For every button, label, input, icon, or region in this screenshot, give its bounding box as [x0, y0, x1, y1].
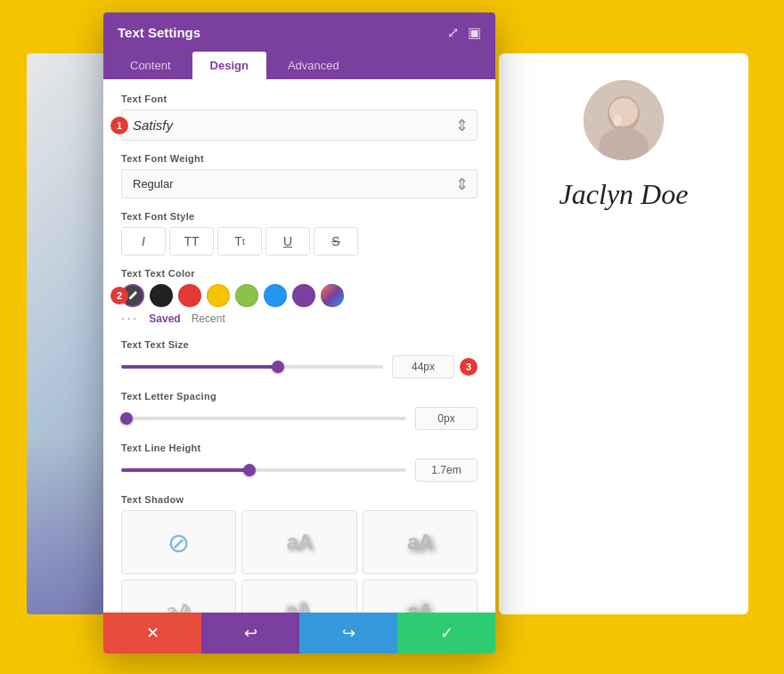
split-icon[interactable]: ▣	[468, 24, 481, 41]
expand-icon[interactable]: ⤢	[447, 24, 459, 41]
badge-2: 2	[110, 287, 128, 305]
badge-1: 1	[110, 117, 128, 134]
text-font-section: Text Font 1 Satisfy ⇕	[121, 93, 478, 141]
text-color-section: Text Text Color 2 ··· Saved Recent	[121, 268, 478, 327]
text-shadow-section: Text Shadow ⊘ aA aA aA aA aA	[121, 494, 478, 613]
text-size-section: Text Text Size 3	[121, 339, 478, 378]
color-gradient[interactable]	[321, 284, 344, 307]
text-size-row: 3	[121, 355, 478, 378]
text-font-label: Text Font	[121, 93, 478, 104]
color-blue[interactable]	[264, 284, 287, 307]
text-font-select[interactable]: Satisfy	[121, 110, 478, 141]
text-letter-spacing-thumb[interactable]	[120, 412, 133, 425]
text-line-height-row	[121, 459, 478, 482]
color-purple[interactable]	[292, 284, 315, 307]
shadow-style-2[interactable]: aA	[363, 510, 478, 574]
right-card: Jaclyn Doe	[499, 53, 748, 614]
avatar	[584, 80, 664, 160]
text-settings-panel: Text Settings ⤢ ▣ Content Design Advance…	[103, 12, 495, 654]
text-size-label: Text Text Size	[121, 339, 478, 350]
text-letter-spacing-input[interactable]	[415, 407, 478, 430]
panel-header: Text Settings ⤢ ▣	[103, 12, 495, 52]
text-size-slider[interactable]	[121, 365, 383, 369]
undo-button[interactable]: ↩	[201, 613, 299, 654]
color-black[interactable]	[150, 284, 173, 307]
badge-3: 3	[460, 358, 478, 376]
text-letter-spacing-row	[121, 407, 478, 430]
style-btn-uppercase[interactable]: TT	[169, 227, 214, 256]
tab-design[interactable]: Design	[192, 52, 266, 79]
text-font-weight-wrap: Regular ⇕	[121, 169, 478, 199]
style-btn-underline[interactable]: U	[265, 227, 310, 256]
shadow-none-icon: ⊘	[167, 527, 190, 558]
recent-link[interactable]: Recent	[192, 313, 225, 325]
text-letter-spacing-label: Text Letter Spacing	[121, 391, 478, 402]
text-font-weight-section: Text Font Weight Regular ⇕	[121, 153, 478, 199]
text-size-thumb[interactable]	[272, 361, 284, 373]
color-saved-row: ··· Saved Recent	[121, 311, 478, 327]
color-yellow[interactable]	[207, 284, 230, 307]
shadow-style-4-text: aA	[287, 599, 313, 613]
text-line-height-fill	[121, 468, 249, 472]
text-letter-spacing-slider[interactable]	[121, 417, 406, 420]
color-green[interactable]	[235, 284, 258, 307]
shadow-style-5[interactable]: aA	[363, 580, 478, 613]
text-line-height-thumb[interactable]	[243, 464, 256, 476]
text-line-height-section: Text Line Height	[121, 443, 478, 482]
shadow-style-3-text: aA	[166, 599, 192, 613]
text-shadow-label: Text Shadow	[121, 494, 478, 505]
text-line-height-slider[interactable]	[121, 468, 406, 472]
style-buttons-group: I TT Tt U S	[121, 227, 478, 256]
shadow-style-4[interactable]: aA	[241, 580, 356, 613]
shadow-style-1[interactable]: aA	[241, 510, 356, 574]
text-font-style-label: Text Font Style	[121, 211, 478, 222]
color-dots: ···	[121, 311, 138, 327]
text-letter-spacing-section: Text Letter Spacing	[121, 391, 478, 430]
style-btn-capitalize[interactable]: Tt	[217, 227, 262, 256]
text-size-input[interactable]	[392, 355, 454, 378]
confirm-button[interactable]: ✓	[397, 613, 495, 654]
shadow-style-2-text: aA	[407, 530, 433, 555]
shadow-style-1-text: aA	[287, 530, 313, 555]
redo-button[interactable]: ↪	[299, 613, 397, 654]
shadow-grid: ⊘ aA aA aA aA aA	[121, 510, 478, 613]
tab-content[interactable]: Content	[112, 52, 189, 79]
text-line-height-input[interactable]	[415, 459, 478, 482]
color-red[interactable]	[178, 284, 201, 307]
action-bar: ✕ ↩ ↪ ✓	[103, 613, 495, 654]
style-btn-italic[interactable]: I	[121, 227, 166, 256]
shadow-style-5-text: aA	[407, 599, 433, 613]
panel-content: Text Font 1 Satisfy ⇕ Text Font Weight R…	[103, 79, 495, 613]
text-line-height-label: Text Line Height	[121, 443, 478, 453]
saved-link[interactable]: Saved	[149, 313, 180, 325]
cancel-button[interactable]: ✕	[103, 613, 201, 654]
shadow-style-3[interactable]: aA	[121, 580, 236, 613]
text-size-fill	[121, 365, 278, 369]
tabs-bar: Content Design Advanced	[103, 52, 495, 79]
header-icons: ⤢ ▣	[447, 24, 481, 41]
text-font-style-section: Text Font Style I TT Tt U S	[121, 211, 478, 256]
shadow-none[interactable]: ⊘	[121, 510, 236, 574]
panel-title: Text Settings	[118, 25, 200, 40]
text-font-weight-select[interactable]: Regular	[121, 169, 478, 199]
svg-point-4	[613, 114, 622, 126]
person-name: Jaclyn Doe	[559, 178, 689, 211]
tab-advanced[interactable]: Advanced	[270, 52, 357, 79]
text-font-weight-label: Text Font Weight	[121, 153, 478, 164]
text-size-value-wrap: 3	[392, 355, 478, 378]
text-color-label: Text Text Color	[121, 268, 478, 279]
style-btn-strikethrough[interactable]: S	[314, 227, 358, 256]
